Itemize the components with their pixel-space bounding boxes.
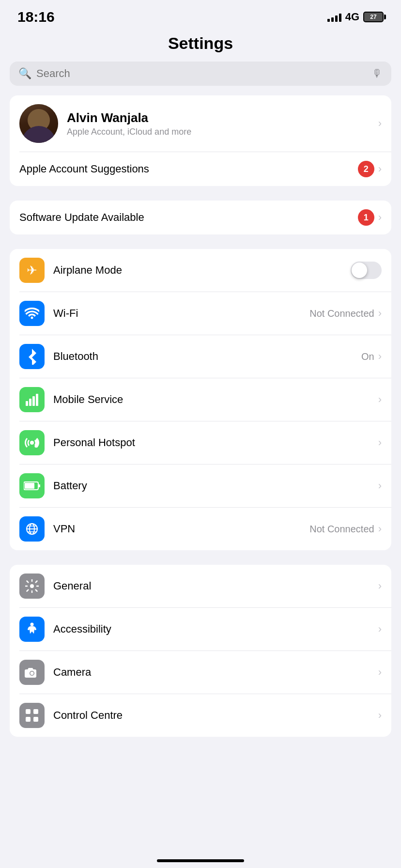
network-type: 4G <box>345 11 359 23</box>
battery-row[interactable]: Battery › <box>10 465 391 507</box>
software-update-badge: 1 <box>358 209 374 226</box>
general-label: General <box>53 580 378 592</box>
control-centre-row[interactable]: Control Centre › <box>10 694 391 737</box>
suggestions-badge: 2 <box>358 161 374 177</box>
personal-hotspot-icon <box>19 430 45 455</box>
svg-rect-0 <box>26 401 28 406</box>
svg-rect-7 <box>39 484 40 487</box>
home-indicator <box>157 859 244 862</box>
mobile-service-label: Mobile Service <box>53 393 378 406</box>
general-row[interactable]: General › <box>10 565 391 607</box>
chevron-right-icon: › <box>378 523 382 535</box>
battery-icon: 27 <box>363 12 384 22</box>
profile-row[interactable]: Alvin Wanjala Apple Account, iCloud and … <box>10 95 391 152</box>
profile-name: Alvin Wanjala <box>67 110 370 125</box>
profile-card: Alvin Wanjala Apple Account, iCloud and … <box>10 95 391 186</box>
svg-rect-1 <box>29 399 31 406</box>
airplane-mode-row[interactable]: ✈ Airplane Mode <box>10 249 391 292</box>
chevron-right-icon: › <box>378 307 382 320</box>
chevron-right-icon: › <box>378 393 382 406</box>
general-settings-card: General › Accessibility › Camera › <box>10 565 391 737</box>
chevron-right-icon: › <box>378 163 382 175</box>
personal-hotspot-row[interactable]: Personal Hotspot › <box>10 421 391 464</box>
software-update-card: Software Update Available 1 › <box>10 201 391 234</box>
airplane-mode-toggle[interactable] <box>351 262 382 279</box>
status-time: 18:16 <box>17 9 55 25</box>
bluetooth-row[interactable]: Bluetooth On › <box>10 335 391 378</box>
page-title: Settings <box>0 29 401 62</box>
general-icon <box>19 574 45 599</box>
svg-rect-21 <box>26 717 31 722</box>
wifi-label: Wi-Fi <box>53 307 309 320</box>
camera-row[interactable]: Camera › <box>10 651 391 694</box>
chevron-right-icon: › <box>378 709 382 722</box>
svg-rect-22 <box>33 717 38 722</box>
vpn-row[interactable]: VPN Not Connected › <box>10 508 391 550</box>
personal-hotspot-label: Personal Hotspot <box>53 436 378 449</box>
svg-rect-6 <box>25 483 34 489</box>
camera-label: Camera <box>53 666 378 679</box>
vpn-icon <box>19 516 45 542</box>
wifi-value: Not Connected <box>309 308 374 319</box>
chevron-right-icon: › <box>378 436 382 449</box>
chevron-right-icon: › <box>378 580 382 592</box>
connectivity-card: ✈ Airplane Mode Wi-Fi Not Connected › Bl… <box>10 249 391 550</box>
chevron-right-icon: › <box>378 666 382 679</box>
search-bar[interactable]: 🔍 🎙 <box>10 62 391 86</box>
svg-point-4 <box>30 441 34 445</box>
search-icon: 🔍 <box>18 67 31 80</box>
svg-rect-2 <box>32 396 35 406</box>
profile-subtitle: Apple Account, iCloud and more <box>67 127 370 137</box>
apple-account-suggestions-label: Apple Account Suggestions <box>19 163 358 175</box>
control-centre-label: Control Centre <box>53 709 378 722</box>
chevron-right-icon: › <box>378 623 382 636</box>
airplane-mode-label: Airplane Mode <box>53 264 351 277</box>
svg-point-14 <box>31 623 34 626</box>
apple-account-suggestions-row[interactable]: Apple Account Suggestions 2 › <box>10 152 391 186</box>
vpn-value: Not Connected <box>309 524 374 535</box>
mobile-service-icon <box>19 387 45 412</box>
wifi-row[interactable]: Wi-Fi Not Connected › <box>10 292 391 335</box>
profile-info: Alvin Wanjala Apple Account, iCloud and … <box>67 110 370 137</box>
chevron-right-icon: › <box>378 117 382 130</box>
chevron-right-icon: › <box>378 211 382 224</box>
camera-icon <box>19 660 45 685</box>
software-update-row[interactable]: Software Update Available 1 › <box>10 201 391 234</box>
chevron-right-icon: › <box>378 480 382 492</box>
microphone-icon[interactable]: 🎙 <box>372 67 383 80</box>
vpn-label: VPN <box>53 523 309 535</box>
toggle-knob <box>352 263 367 278</box>
svg-rect-3 <box>36 394 38 406</box>
status-icons: 4G 27 <box>327 11 384 23</box>
svg-rect-20 <box>33 709 38 714</box>
svg-point-18 <box>31 672 34 675</box>
avatar <box>19 104 58 143</box>
accessibility-row[interactable]: Accessibility › <box>10 608 391 651</box>
airplane-mode-icon: ✈ <box>19 258 45 283</box>
software-update-label: Software Update Available <box>19 211 358 224</box>
svg-point-13 <box>30 584 34 588</box>
bluetooth-label: Bluetooth <box>53 350 361 363</box>
battery-label: Battery <box>53 480 378 492</box>
bluetooth-value: On <box>361 351 374 362</box>
control-centre-icon <box>19 703 45 728</box>
bluetooth-icon <box>19 344 45 369</box>
signal-bars-icon <box>327 12 341 22</box>
search-bar-container: 🔍 🎙 <box>0 62 401 95</box>
accessibility-icon <box>19 617 45 642</box>
battery-settings-icon <box>19 473 45 498</box>
search-input[interactable] <box>36 67 367 80</box>
status-bar: 18:16 4G 27 <box>0 0 401 29</box>
accessibility-label: Accessibility <box>53 623 378 636</box>
svg-rect-19 <box>26 709 31 714</box>
wifi-icon <box>19 301 45 326</box>
chevron-right-icon: › <box>378 350 382 363</box>
mobile-service-row[interactable]: Mobile Service › <box>10 378 391 421</box>
